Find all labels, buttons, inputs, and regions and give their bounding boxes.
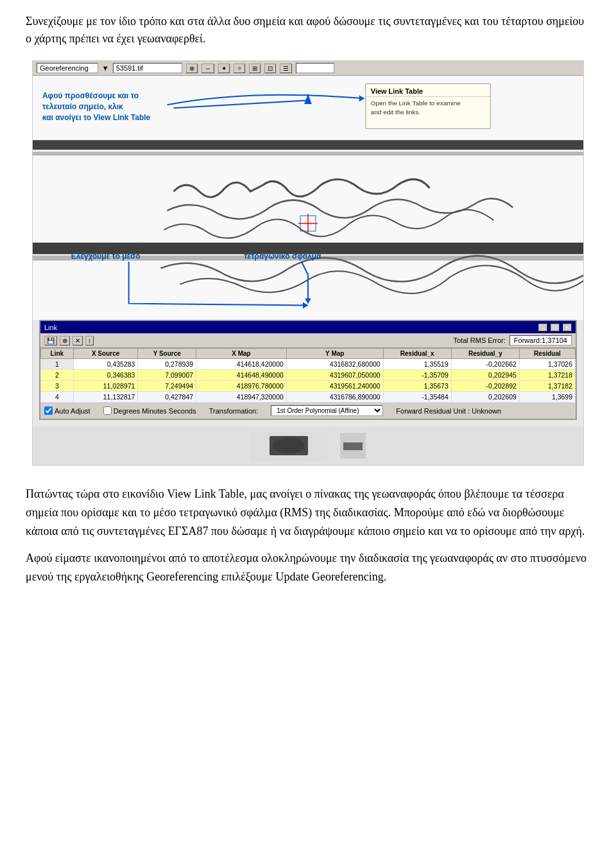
col-ysource: Y Source bbox=[138, 349, 196, 359]
table-cell: 2 bbox=[41, 370, 74, 381]
table-row: 311,0289717,249494418976,7800004319561,2… bbox=[41, 381, 576, 392]
col-xmap: X Map bbox=[196, 349, 287, 359]
table-cell: 1,35673 bbox=[383, 381, 451, 392]
bottom-map-svg bbox=[250, 430, 327, 462]
toolbar-btn-3[interactable]: ✦ bbox=[218, 64, 230, 73]
auto-adjust-check[interactable]: Auto Adjust bbox=[44, 406, 90, 415]
link-table-footer: Auto Adjust Degrees Minutes Seconds Tran… bbox=[40, 403, 576, 419]
table-cell: -0,202662 bbox=[451, 359, 519, 370]
link-table-titlebar: Link _ □ × bbox=[40, 321, 576, 333]
table-cell: 1,37218 bbox=[519, 370, 575, 381]
table-cell: 1 bbox=[41, 359, 74, 370]
table-cell: 7,099007 bbox=[138, 370, 196, 381]
table-cell: 418947,320000 bbox=[196, 392, 287, 403]
maximize-button[interactable]: □ bbox=[551, 324, 560, 331]
body-text: Πατώντας τώρα στο εικονίδιο View Link Ta… bbox=[26, 485, 590, 586]
table-cell: 0,202609 bbox=[451, 392, 519, 403]
rms-label: Total RMS Error: bbox=[454, 336, 506, 344]
toolbar-btn-5[interactable]: ⊞ bbox=[249, 64, 261, 73]
table-cell: 1,37182 bbox=[519, 381, 575, 392]
transformation-select[interactable]: 1st Order Polynomial (Affine) bbox=[271, 405, 383, 416]
add-btn[interactable]: ⊕ bbox=[60, 336, 70, 345]
move-btn[interactable]: ↕ bbox=[85, 336, 94, 345]
transformation-label: Transformation: bbox=[209, 407, 259, 415]
table-cell: -0,202892 bbox=[451, 381, 519, 392]
degrees-check[interactable]: Degrees Minutes Seconds bbox=[103, 406, 196, 415]
table-cell: 1,35519 bbox=[383, 359, 451, 370]
table-cell: 4 bbox=[41, 392, 74, 403]
toolbar-btn-1[interactable]: ⊕ bbox=[186, 64, 198, 73]
link-table: Link _ □ × 💾 ⊕ ✕ ↕ Total RMS Error: Forw… bbox=[39, 320, 577, 420]
bottom-map-strip bbox=[33, 426, 583, 465]
save-btn[interactable]: 💾 bbox=[44, 336, 57, 345]
col-residual: Residual bbox=[519, 349, 575, 359]
col-residualy: Residual_y bbox=[451, 349, 519, 359]
svg-text:τετραγωνικό σφάλμα: τετραγωνικό σφάλμα bbox=[244, 252, 321, 261]
col-ymap: Y Map bbox=[286, 349, 383, 359]
filename-field: 53591.tif bbox=[113, 63, 182, 73]
toolbar-input[interactable] bbox=[296, 63, 334, 73]
table-row: 20,3463837,099007414648,4900004319607,05… bbox=[41, 370, 576, 381]
screenshot-container: Georeferencing ▼ 53591.tif ⊕ ↔ ✦ ✧ ⊞ ⊡ ☰ bbox=[32, 60, 584, 466]
table-cell: 1,37026 bbox=[519, 359, 575, 370]
svg-rect-2 bbox=[33, 152, 583, 155]
table-cell: 4316832,680000 bbox=[286, 359, 383, 370]
link-table-toolbar: 💾 ⊕ ✕ ↕ Total RMS Error: Forward:1,37104 bbox=[40, 333, 576, 348]
table-cell: 0,435283 bbox=[73, 359, 138, 370]
degrees-label: Degrees Minutes Seconds bbox=[114, 407, 196, 415]
toolbar-btn-4[interactable]: ✧ bbox=[234, 64, 245, 73]
intro-paragraph: Συνεχίζουμε με τον ίδιο τρόπο και στα άλ… bbox=[26, 13, 590, 48]
svg-text:και ανοίγει το View Link Table: και ανοίγει το View Link Table bbox=[42, 113, 151, 122]
svg-rect-1 bbox=[33, 140, 583, 150]
rms-info: Total RMS Error: Forward:1,37104 bbox=[454, 335, 572, 345]
table-cell: 1,3699 bbox=[519, 392, 575, 403]
col-link: Link bbox=[41, 349, 74, 359]
svg-rect-26 bbox=[343, 442, 363, 450]
svg-text:View Link Table: View Link Table bbox=[371, 87, 423, 95]
table-cell: 3 bbox=[41, 381, 74, 392]
map-area: Αφού προσθέσουμε και το τελευταίο σημείο… bbox=[33, 76, 583, 320]
body-para-2: Αφού είμαστε ικανοποιημένοι από το αποτέ… bbox=[26, 549, 590, 586]
table-cell: -1,35709 bbox=[383, 370, 451, 381]
table-cell: 414648,490000 bbox=[196, 370, 287, 381]
table-row: 411,1328170,427847418947,3200004316786,8… bbox=[41, 392, 576, 403]
table-row: 10,4352830,278939414618,4200004316832,68… bbox=[41, 359, 576, 370]
table-cell: 7,249494 bbox=[138, 381, 196, 392]
del-btn[interactable]: ✕ bbox=[73, 336, 83, 345]
table-cell: 11,028971 bbox=[73, 381, 138, 392]
residual-unit-label: Forward Residual Unit : Unknown bbox=[396, 407, 501, 415]
table-cell: 11,132817 bbox=[73, 392, 138, 403]
toolbar-btn-6[interactable]: ⊡ bbox=[264, 64, 276, 73]
georeferencing-dropdown[interactable]: Georeferencing bbox=[37, 63, 98, 73]
rms-value: Forward:1,37104 bbox=[509, 335, 572, 345]
table-cell: -1,35484 bbox=[383, 392, 451, 403]
svg-text:τελευταίο σημείο, κλικ: τελευταίο σημείο, κλικ bbox=[42, 102, 123, 111]
minimize-button[interactable]: _ bbox=[538, 324, 547, 331]
table-cell: 0,346383 bbox=[73, 370, 138, 381]
svg-text:Ελέγχουμε το μέσο: Ελέγχουμε το μέσο bbox=[71, 252, 141, 261]
degrees-checkbox[interactable] bbox=[103, 406, 112, 415]
svg-text:and edit the links.: and edit the links. bbox=[371, 109, 421, 116]
auto-adjust-label: Auto Adjust bbox=[55, 407, 90, 415]
table-cell: 4319607,050000 bbox=[286, 370, 383, 381]
toolbar-btn-2[interactable]: ↔ bbox=[201, 64, 214, 73]
link-table-title: Link bbox=[44, 324, 57, 331]
bottom-icon-svg bbox=[340, 433, 366, 459]
svg-point-24 bbox=[273, 438, 305, 453]
table-cell: 0,427847 bbox=[138, 392, 196, 403]
svg-text:Αφού προσθέσουμε και το: Αφού προσθέσουμε και το bbox=[42, 91, 139, 100]
table-cell: 0,278939 bbox=[138, 359, 196, 370]
auto-adjust-checkbox[interactable] bbox=[44, 406, 53, 415]
table-cell: 418976,780000 bbox=[196, 381, 287, 392]
geo-toolbar: Georeferencing ▼ 53591.tif ⊕ ↔ ✦ ✧ ⊞ ⊡ ☰ bbox=[33, 61, 583, 76]
col-xsource: X Source bbox=[73, 349, 138, 359]
map-svg: Αφού προσθέσουμε και το τελευταίο σημείο… bbox=[33, 76, 583, 320]
table-cell: 4319561,240000 bbox=[286, 381, 383, 392]
toolbar-btn-7[interactable]: ☰ bbox=[280, 64, 292, 73]
close-button[interactable]: × bbox=[563, 324, 572, 331]
link-data-table: Link X Source Y Source X Map Y Map Resid… bbox=[40, 348, 576, 403]
col-residualx: Residual_x bbox=[383, 349, 451, 359]
table-cell: 0,202945 bbox=[451, 370, 519, 381]
body-para-1: Πατώντας τώρα στο εικονίδιο View Link Ta… bbox=[26, 485, 590, 540]
toolbar-arrow: ▼ bbox=[102, 64, 109, 72]
